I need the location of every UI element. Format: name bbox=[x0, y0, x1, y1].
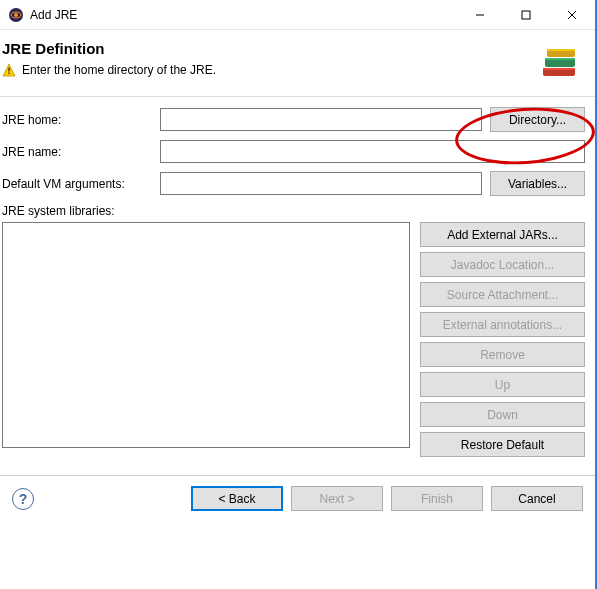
svg-rect-8 bbox=[8, 68, 9, 72]
eclipse-icon bbox=[8, 7, 24, 23]
header-message: Enter the home directory of the JRE. bbox=[22, 63, 216, 77]
window-controls bbox=[457, 0, 595, 29]
form-area: JRE home: Directory... JRE name: Default… bbox=[0, 97, 595, 196]
titlebar: Add JRE bbox=[0, 0, 595, 30]
wizard-header: JRE Definition Enter the home directory … bbox=[0, 30, 595, 97]
vm-args-label: Default VM arguments: bbox=[2, 177, 152, 191]
vm-args-input[interactable] bbox=[160, 172, 482, 195]
svg-rect-15 bbox=[547, 49, 575, 51]
wizard-footer: ? < Back Next > Finish Cancel bbox=[0, 476, 595, 521]
jre-home-label: JRE home: bbox=[2, 113, 152, 127]
add-external-jars-button[interactable]: Add External JARs... bbox=[420, 222, 585, 247]
restore-default-button[interactable]: Restore Default bbox=[420, 432, 585, 457]
svg-point-2 bbox=[14, 13, 18, 17]
remove-button: Remove bbox=[420, 342, 585, 367]
source-attachment-button: Source Attachment... bbox=[420, 282, 585, 307]
variables-button[interactable]: Variables... bbox=[490, 171, 585, 196]
finish-button: Finish bbox=[391, 486, 483, 511]
directory-button[interactable]: Directory... bbox=[490, 107, 585, 132]
jre-libraries-list[interactable] bbox=[2, 222, 410, 448]
libs-label: JRE system libraries: bbox=[2, 204, 410, 218]
books-icon bbox=[535, 40, 583, 88]
svg-rect-13 bbox=[545, 58, 575, 60]
jre-name-label: JRE name: bbox=[2, 145, 152, 159]
svg-rect-11 bbox=[543, 68, 575, 70]
svg-rect-4 bbox=[522, 11, 530, 19]
library-buttons: Add External JARs... Javadoc Location...… bbox=[420, 204, 585, 457]
svg-rect-9 bbox=[8, 73, 9, 74]
external-annotations-button: External annotations... bbox=[420, 312, 585, 337]
window-title: Add JRE bbox=[30, 8, 457, 22]
help-icon[interactable]: ? bbox=[12, 488, 34, 510]
page-title: JRE Definition bbox=[2, 40, 535, 57]
minimize-button[interactable] bbox=[457, 0, 503, 29]
close-button[interactable] bbox=[549, 0, 595, 29]
next-button: Next > bbox=[291, 486, 383, 511]
maximize-button[interactable] bbox=[503, 0, 549, 29]
down-button: Down bbox=[420, 402, 585, 427]
back-button[interactable]: < Back bbox=[191, 486, 283, 511]
jre-home-input[interactable] bbox=[160, 108, 482, 131]
cancel-button[interactable]: Cancel bbox=[491, 486, 583, 511]
warning-icon bbox=[2, 63, 16, 77]
jre-name-input[interactable] bbox=[160, 140, 585, 163]
javadoc-location-button: Javadoc Location... bbox=[420, 252, 585, 277]
up-button: Up bbox=[420, 372, 585, 397]
